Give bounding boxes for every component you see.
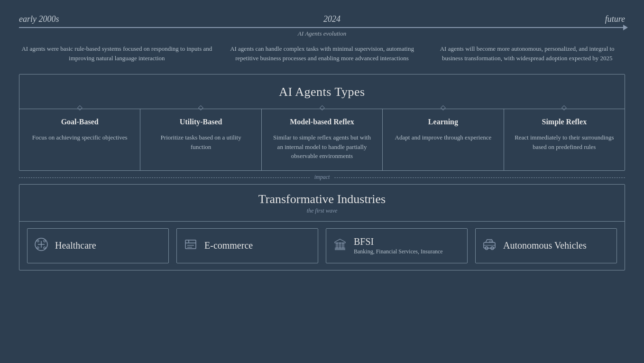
- timeline-labels: early 2000s 2024 future: [19, 14, 625, 24]
- industries-title: Transformative Industries: [29, 192, 615, 206]
- industry-card-ecommerce: E-commerce: [176, 228, 318, 263]
- industries-subtitle: the first wave: [29, 207, 615, 214]
- page-container: early 2000s 2024 future AI Agents evolut…: [0, 0, 644, 363]
- healthcare-text: Healthcare: [55, 240, 96, 251]
- industry-card-autonomous-vehicles: Autonomous Vehicles: [475, 228, 617, 263]
- autonomous-vehicles-name: Autonomous Vehicles: [503, 240, 587, 251]
- timeline-left-label: early 2000s: [19, 14, 59, 24]
- svg-marker-12: [335, 239, 345, 243]
- healthcare-icon: [34, 237, 48, 254]
- svg-rect-15: [342, 243, 344, 248]
- agent-card-title-1: Utility-Based: [150, 116, 251, 126]
- agent-card-utility-based: Utility-Based Prioritize tasks based on …: [140, 109, 261, 170]
- healthcare-name: Healthcare: [55, 240, 96, 251]
- bfsi-subname: Banking, Financial Services, Insurance: [354, 248, 443, 255]
- agents-types-title: AI Agents Types: [29, 85, 615, 99]
- agents-types-section: AI Agents Types Goal-Based Focus on achi…: [19, 74, 625, 171]
- timeline-descriptions: AI agents were basic rule-based systems …: [19, 44, 625, 63]
- agent-card-model-based: Model-based Reflex Similar to simple ref…: [262, 109, 383, 170]
- svg-point-3: [37, 240, 39, 242]
- impact-label: impact: [311, 174, 334, 181]
- agent-card-title-3: Learning: [392, 116, 494, 126]
- ecommerce-icon: [184, 237, 198, 254]
- bfsi-icon: [333, 237, 347, 254]
- industry-card-bfsi: BFSI Banking, Financial Services, Insura…: [326, 228, 468, 263]
- autonomous-vehicles-text: Autonomous Vehicles: [503, 240, 587, 251]
- industry-card-healthcare: Healthcare: [27, 228, 169, 263]
- agent-card-title-4: Simple Reflex: [514, 116, 615, 126]
- timeline-desc-past: AI agents were basic rule-based systems …: [19, 44, 215, 63]
- agent-card-desc-0: Focus on achieving specific objectives: [29, 133, 130, 142]
- agent-card-learning: Learning Adapt and improve through exper…: [383, 109, 504, 170]
- timeline-desc-present: AI agents can handle complex tasks with …: [224, 44, 420, 63]
- ecommerce-name: E-commerce: [204, 240, 253, 251]
- agent-card-desc-4: React immediately to their surroundings …: [514, 133, 615, 151]
- svg-rect-14: [340, 243, 341, 248]
- timeline-desc-future: AI agents will become more autonomous, p…: [429, 44, 625, 63]
- autonomous-vehicles-icon: [482, 237, 497, 254]
- industries-header: Transformative Industries the first wave: [19, 185, 625, 222]
- timeline-right-label: future: [605, 14, 625, 24]
- svg-point-6: [44, 247, 46, 249]
- agent-card-desc-3: Adapt and improve through experience: [392, 133, 494, 142]
- bfsi-text: BFSI Banking, Financial Services, Insura…: [354, 236, 443, 255]
- agent-card-title-0: Goal-Based: [29, 116, 130, 126]
- agents-cards-row: Goal-Based Focus on achieving specific o…: [19, 109, 625, 170]
- agent-card-desc-1: Prioritize tasks based on a utility func…: [150, 133, 251, 151]
- industries-section: Transformative Industries the first wave: [19, 184, 625, 270]
- svg-rect-13: [336, 243, 338, 248]
- industries-cards-row: Healthcare E-commerce: [19, 222, 625, 270]
- ecommerce-text: E-commerce: [204, 240, 253, 251]
- agent-card-desc-2: Similar to simple reflex agents but with…: [271, 133, 373, 161]
- svg-point-4: [44, 240, 46, 242]
- timeline-center-label: 2024: [323, 14, 340, 24]
- bfsi-name: BFSI: [354, 236, 443, 247]
- agent-card-goal-based: Goal-Based Focus on achieving specific o…: [19, 109, 140, 170]
- agent-card-title-2: Model-based Reflex: [271, 116, 373, 126]
- timeline-subtitle: AI Agents evolution: [19, 30, 625, 37]
- timeline-bar: [19, 27, 625, 28]
- impact-section: impact: [19, 171, 625, 184]
- svg-point-5: [37, 247, 39, 249]
- svg-rect-22: [489, 241, 492, 242]
- agent-card-simple-reflex: Simple Reflex React immediately to their…: [504, 109, 625, 170]
- timeline-section: early 2000s 2024 future AI Agents evolut…: [19, 14, 625, 63]
